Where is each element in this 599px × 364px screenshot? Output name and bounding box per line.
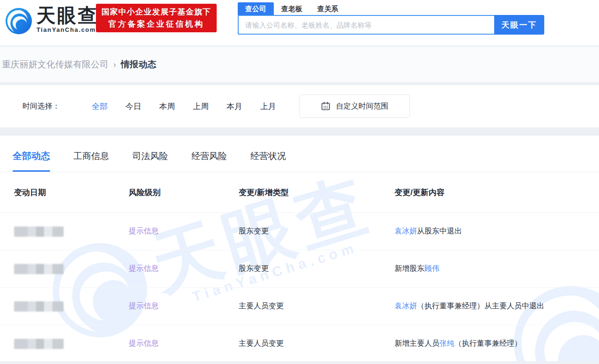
- entity-link[interactable]: 袁冰妍: [394, 302, 417, 310]
- banner-line2: 官方备案企业征信机构: [96, 18, 217, 30]
- redacted-date: [14, 339, 64, 349]
- logo-text: 天眼查 TianYanCha.com: [37, 5, 98, 33]
- table-row: 提示信息 股东变更 新增股东顾伟: [0, 250, 599, 287]
- risk-level-badge: 提示信息: [129, 301, 239, 311]
- content-text: 从股东中退出: [417, 227, 462, 235]
- time-option[interactable]: 上月: [260, 101, 276, 112]
- search-tab[interactable]: 查公司: [238, 2, 274, 15]
- table-body: 提示信息 股东变更 袁冰妍从股东中退出 提示信息 股东变更 新增股东顾伟 提示信…: [0, 212, 599, 361]
- logo-subtitle: TianYanCha.com: [37, 26, 98, 33]
- time-option[interactable]: 本月: [226, 101, 242, 112]
- custom-time-range-button[interactable]: 自定义时间范围: [300, 95, 410, 118]
- breadcrumb: 重庆丽妍文化传媒有限公司 › 情报动态: [0, 47, 599, 82]
- page: 天眼查 TianYanCha.com 国家中小企业发展子基金旗下 官方备案企业征…: [0, 0, 599, 361]
- content-text: 新增股东: [394, 264, 424, 272]
- content-text: （执行董事兼经理）: [454, 339, 522, 347]
- content-text: 新增主要人员: [394, 339, 439, 347]
- site-header: 天眼查 TianYanCha.com 国家中小企业发展子基金旗下 官方备案企业征…: [0, 0, 599, 45]
- search-area: 查公司查老板查关系 天眼一下: [238, 2, 544, 35]
- time-option[interactable]: 全部: [92, 101, 108, 112]
- risk-level-badge: 提示信息: [129, 226, 239, 236]
- category-tabs: 全部动态工商信息司法风险经营风险经营状况: [0, 136, 599, 172]
- search-input[interactable]: [238, 15, 494, 35]
- time-filter-label: 时间选择：: [22, 102, 60, 111]
- column-header-date: 变动日期: [14, 187, 129, 198]
- content-text: （执行董事兼经理）从主要人员中退出: [417, 302, 544, 310]
- category-tab[interactable]: 经营风险: [191, 150, 227, 172]
- search-box: 天眼一下: [238, 15, 544, 35]
- change-content: 新增主要人员张纯（执行董事兼经理）: [394, 339, 599, 349]
- changes-table: 变动日期 风险级别 变更/新增类型 变更/更新内容 提示信息 股东变更 袁冰妍从…: [0, 172, 599, 361]
- change-type: 主要人员变更: [239, 301, 394, 311]
- category-tab[interactable]: 全部动态: [13, 150, 50, 172]
- change-type: 主要人员变更: [239, 339, 394, 349]
- category-tab[interactable]: 司法风险: [132, 150, 168, 172]
- breadcrumb-company-link[interactable]: 重庆丽妍文化传媒有限公司: [2, 58, 109, 71]
- time-filter-section: 时间选择： 全部今日本周上周本月上月 自定义时间范围: [0, 85, 599, 127]
- breadcrumb-separator: ›: [113, 60, 116, 70]
- entity-link[interactable]: 袁冰妍: [394, 227, 417, 235]
- search-tabs: 查公司查老板查关系: [238, 2, 544, 15]
- search-tab[interactable]: 查关系: [310, 2, 346, 15]
- calendar-icon: [321, 102, 330, 111]
- risk-level-badge: 提示信息: [129, 264, 239, 274]
- time-option[interactable]: 本周: [159, 101, 175, 112]
- table-row: 提示信息 股东变更 袁冰妍从股东中退出: [0, 212, 599, 250]
- change-content: 袁冰妍从股东中退出: [394, 226, 599, 236]
- time-filter-options: 全部今日本周上周本月上月: [92, 85, 276, 127]
- category-tab[interactable]: 经营状况: [250, 150, 286, 172]
- time-option[interactable]: 今日: [125, 101, 141, 112]
- risk-level-badge: 提示信息: [129, 339, 239, 349]
- column-header-type: 变更/新增类型: [239, 187, 394, 198]
- column-header-risk: 风险级别: [129, 187, 239, 198]
- table-row: 提示信息 主要人员变更 袁冰妍（执行董事兼经理）从主要人员中退出: [0, 287, 599, 325]
- logo-title: 天眼查: [37, 5, 98, 26]
- search-tab[interactable]: 查老板: [274, 2, 310, 15]
- breadcrumb-current: 情报动态: [121, 58, 156, 71]
- change-type: 股东变更: [239, 226, 394, 236]
- tianyancha-eye-icon: [5, 7, 33, 35]
- category-tab[interactable]: 工商信息: [73, 150, 109, 172]
- entity-link[interactable]: 顾伟: [424, 264, 439, 272]
- change-type: 股东变更: [239, 264, 394, 274]
- time-option[interactable]: 上周: [193, 101, 209, 112]
- table-header-row: 变动日期 风险级别 变更/新增类型 变更/更新内容: [0, 172, 599, 212]
- change-content: 新增股东顾伟: [394, 264, 599, 274]
- redacted-date: [14, 264, 64, 274]
- entity-link[interactable]: 张纯: [439, 339, 454, 347]
- certification-banner: 国家中小企业发展子基金旗下 官方备案企业征信机构: [96, 4, 217, 32]
- redacted-date: [14, 301, 64, 312]
- custom-time-range-label: 自定义时间范围: [336, 102, 388, 111]
- intelligence-feed-card: 天眼查 TianYanCha.com 全部动态工商信息司法风险经营风险经营状况 …: [0, 136, 599, 361]
- change-content: 袁冰妍（执行董事兼经理）从主要人员中退出: [394, 301, 599, 311]
- banner-line1: 国家中小企业发展子基金旗下: [96, 6, 217, 18]
- search-button[interactable]: 天眼一下: [494, 15, 544, 35]
- table-row: 提示信息 主要人员变更 新增主要人员张纯（执行董事兼经理）: [0, 325, 599, 361]
- column-header-content: 变更/更新内容: [394, 187, 599, 198]
- tianyancha-logo[interactable]: 天眼查 TianYanCha.com: [5, 5, 98, 35]
- redacted-date: [14, 226, 64, 237]
